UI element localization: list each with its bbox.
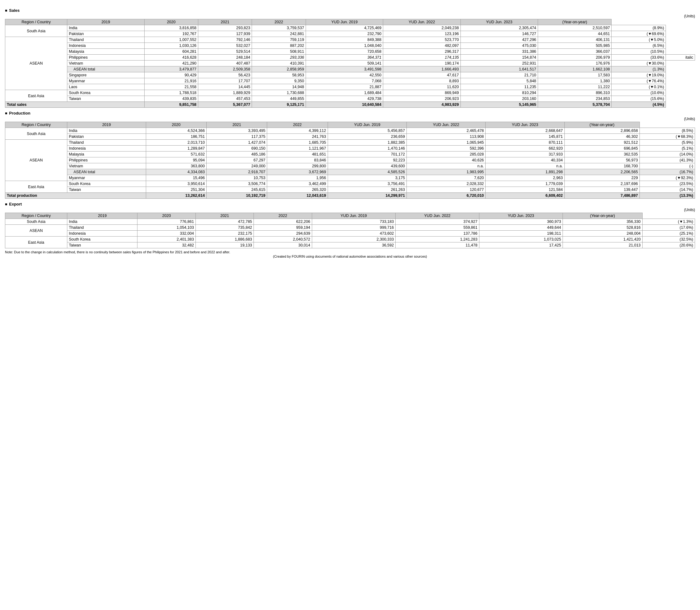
total-value-4: 4,983,929 <box>383 102 460 108</box>
cell-1-4: 123,196 <box>383 31 460 37</box>
cell-0-4: 2,465,478 <box>406 128 485 134</box>
cell-4-0: 32,482 <box>137 242 195 248</box>
cell-2-6: 406,131 <box>538 37 612 43</box>
cell-2-6: 248,004 <box>563 231 642 237</box>
cell-3-1: 690,150 <box>206 146 267 151</box>
country-cell: Pakistan <box>67 134 146 140</box>
country-cell: Taiwan <box>67 96 145 102</box>
cell-3-5: 662,920 <box>486 146 565 151</box>
country-cell: Vietnam <box>67 61 145 66</box>
table-row: Philippines416,628248,184293,336364,3711… <box>5 55 695 61</box>
cell-8-2: 58,953 <box>252 72 306 78</box>
table-row: ASEAN total4,334,0832,918,7073,672,9694,… <box>5 169 695 175</box>
units-label-production: (Units) <box>5 117 695 121</box>
region-cell: ASEAN <box>5 140 67 181</box>
col-header-2: 2020 <box>146 122 206 128</box>
cell-0-3: 4,725,469 <box>306 25 383 31</box>
cell-7-5: 1,641,517 <box>460 66 538 72</box>
cell-9-3: 7,068 <box>306 78 383 84</box>
cell-1-4: 113,908 <box>406 134 485 140</box>
cell-1-1: 127,939 <box>198 31 252 37</box>
cell-5-3: 364,371 <box>306 55 383 61</box>
cell-2-0: 332,004 <box>137 231 195 237</box>
country-cell: India <box>67 219 137 225</box>
cell-4-2: 30,014 <box>254 242 312 248</box>
table-row: Myanmar21,91617,7079,3507,0688,8935,8481… <box>5 78 695 84</box>
section-title-production: Production <box>5 111 695 115</box>
cell-4-2: 481,651 <box>267 151 328 157</box>
cell-0-5: 360,973 <box>479 219 563 225</box>
cell-0-7: (▼1.3%) <box>642 219 695 225</box>
cell-1-5: 145,871 <box>486 134 565 140</box>
cell-4-1: 529,514 <box>198 49 252 55</box>
cell-2-4: 1,065,945 <box>406 140 485 146</box>
region-cell: East Asia <box>5 181 67 193</box>
cell-12-3: 429,738 <box>306 96 383 102</box>
region-cell: South Asia <box>5 128 67 140</box>
table-row: Taiwan439,835457,453449,855429,738206,92… <box>5 96 695 102</box>
cell-12-4: 206,923 <box>383 96 460 102</box>
total-value-7: (13.3%) <box>639 193 695 199</box>
cell-9-3: 3,756,491 <box>328 181 406 187</box>
cell-0-5: 2,668,647 <box>486 128 565 134</box>
col-header-7: YUD Jun. 2023 <box>460 19 538 25</box>
table-row: ASEANThailand1,054,103735,842959,194999,… <box>5 225 695 231</box>
cell-4-0: 604,281 <box>144 49 198 55</box>
cell-11-3: 1,689,484 <box>306 90 383 96</box>
table-row: Pakistan186,751117,375241,763236,659113,… <box>5 134 695 140</box>
units-label-sales: (Units) <box>5 14 695 18</box>
cell-6-6: 176,976 <box>538 61 612 66</box>
cell-4-0: 571,632 <box>146 151 206 157</box>
cell-7-5: 1,891,298 <box>486 169 565 175</box>
cell-6-5: n.a. <box>486 163 565 169</box>
country-cell: Thailand <box>67 37 145 43</box>
cell-10-7: (14.7%) <box>639 187 695 193</box>
cell-6-4: n.a. <box>406 163 485 169</box>
cell-5-5: 154,874 <box>460 55 538 61</box>
cell-0-7: (8.5%) <box>639 128 695 134</box>
cell-8-5: 2,963 <box>486 175 565 181</box>
region-cell: South Asia <box>5 25 67 37</box>
cell-1-6: 46,302 <box>565 134 639 140</box>
cell-6-3: 439,600 <box>328 163 406 169</box>
cell-7-2: 2,858,959 <box>252 66 306 72</box>
total-value-5: 6,609,402 <box>486 193 565 199</box>
cell-10-3: 21,887 <box>306 84 383 90</box>
cell-6-3: 509,141 <box>306 61 383 66</box>
cell-7-2: 3,672,969 <box>267 169 328 175</box>
cell-5-4: 174,135 <box>383 55 460 61</box>
cell-2-0: 2,013,710 <box>146 140 206 146</box>
cell-2-2: 1,685,705 <box>267 140 328 146</box>
cell-2-2: 294,639 <box>254 231 312 237</box>
cell-0-3: 733,183 <box>312 219 395 225</box>
cell-6-0: 421,290 <box>144 61 198 66</box>
cell-9-5: 1,779,039 <box>486 181 565 187</box>
cell-9-7: (▼76.4%) <box>612 78 666 84</box>
cell-2-7: (▼5.0%) <box>612 37 666 43</box>
cell-9-7: (23.5%) <box>639 181 695 187</box>
country-cell: ASEAN total <box>67 169 146 175</box>
total-value-1: 10,192,719 <box>206 193 267 199</box>
cell-2-2: 759,119 <box>252 37 306 43</box>
cell-10-7: (▼0.1%) <box>612 84 666 90</box>
cell-3-2: 2,040,572 <box>254 237 312 242</box>
cell-2-4: 137,786 <box>396 231 479 237</box>
cell-4-3: 36,592 <box>312 242 395 248</box>
col-header-6: YUD Jun. 2022 <box>396 213 479 219</box>
note-text: Note: Due to the change in calculation m… <box>5 250 695 254</box>
cell-1-6: 44,651 <box>538 31 612 37</box>
units-label-export: (Units) <box>5 208 695 212</box>
cell-4-6: 362,535 <box>565 151 639 157</box>
cell-1-0: 192,767 <box>144 31 198 37</box>
table-row: Taiwan251,304245,615265,320261,263120,67… <box>5 187 695 193</box>
country-cell: Philippines <box>67 157 146 163</box>
cell-9-5: 5,848 <box>460 78 538 84</box>
cell-9-2: 3,462,499 <box>267 181 328 187</box>
country-cell: Malaysia <box>67 49 145 55</box>
col-header-0: Region / Country <box>5 122 67 128</box>
cell-1-0: 1,054,103 <box>137 225 195 231</box>
country-cell: Philippines <box>67 55 145 61</box>
total-label: Total production <box>5 193 146 199</box>
cell-2-3: 849,388 <box>306 37 383 43</box>
cell-11-0: 1,788,518 <box>144 90 198 96</box>
